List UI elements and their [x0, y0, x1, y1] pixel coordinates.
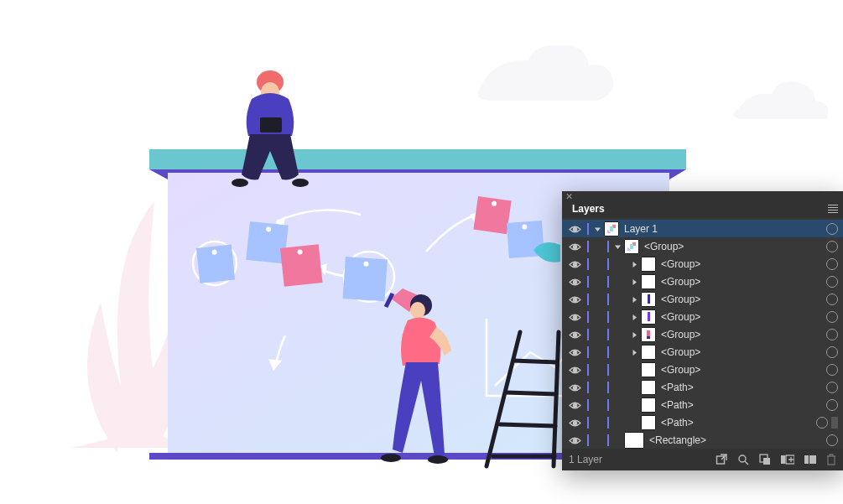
visibility-toggle-icon[interactable]	[565, 241, 584, 252]
layer-row[interactable]: <Group>	[562, 237, 843, 255]
target-icon[interactable]	[826, 329, 838, 340]
layer-thumbnail[interactable]	[641, 345, 656, 360]
target-icon[interactable]	[816, 417, 828, 429]
layer-thumbnail[interactable]	[641, 380, 656, 395]
layer-thumbnail[interactable]	[604, 221, 619, 236]
visibility-toggle-icon[interactable]	[565, 329, 584, 340]
target-icon[interactable]	[826, 294, 838, 305]
svg-line-25	[507, 392, 556, 394]
visibility-toggle-icon[interactable]	[565, 223, 584, 235]
chevron-down-icon[interactable]	[591, 223, 604, 235]
footer-layer-count: 1 Layer	[569, 454, 602, 465]
layer-thumbnail[interactable]	[641, 309, 656, 325]
svg-point-48	[573, 421, 576, 424]
layer-row[interactable]: <Rectangle>	[562, 431, 843, 449]
layer-row[interactable]: <Group>	[562, 255, 843, 273]
target-icon[interactable]	[826, 258, 838, 270]
target-icon[interactable]	[826, 311, 838, 323]
layer-label[interactable]: <Group>	[661, 258, 821, 270]
new-sublayer-icon[interactable]	[759, 454, 771, 465]
clip-mask-icon[interactable]	[804, 454, 816, 465]
visibility-toggle-icon[interactable]	[565, 294, 584, 305]
layer-label[interactable]: Layer 1	[624, 223, 821, 235]
visibility-toggle-icon[interactable]	[565, 276, 584, 288]
panel-tab-row: Layers	[562, 201, 843, 218]
svg-point-35	[381, 454, 401, 462]
target-icon[interactable]	[826, 364, 838, 376]
layer-label[interactable]: <Group>	[661, 329, 821, 340]
trash-icon[interactable]	[826, 454, 836, 465]
visibility-toggle-icon[interactable]	[565, 417, 584, 429]
layer-label[interactable]: <Group>	[661, 311, 821, 323]
target-icon[interactable]	[826, 241, 838, 252]
layer-label[interactable]: <Rectangle>	[649, 434, 821, 446]
chevron-right-icon[interactable]	[627, 276, 641, 288]
layer-thumbnail[interactable]	[641, 257, 656, 272]
visibility-toggle-icon[interactable]	[565, 399, 584, 411]
svg-point-32	[292, 179, 309, 187]
layer-row[interactable]: <Path>	[562, 413, 843, 431]
target-icon[interactable]	[826, 399, 838, 411]
chevron-down-icon[interactable]	[611, 241, 624, 252]
svg-line-24	[513, 361, 557, 362]
close-icon[interactable]: ✕	[565, 192, 573, 201]
layer-thumbnail[interactable]	[641, 415, 656, 430]
layer-thumbnail[interactable]	[641, 292, 656, 307]
panel-titlebar[interactable]: ✕	[562, 191, 843, 201]
target-icon[interactable]	[826, 223, 838, 235]
svg-point-44	[573, 351, 576, 354]
layer-label[interactable]: <Group>	[661, 364, 821, 376]
layer-row[interactable]: <Group>	[562, 325, 843, 343]
layer-thumbnail[interactable]	[624, 432, 644, 449]
visibility-toggle-icon[interactable]	[565, 258, 584, 270]
visibility-toggle-icon[interactable]	[565, 382, 584, 393]
layer-row[interactable]: <Path>	[562, 396, 843, 413]
svg-point-41	[573, 298, 576, 301]
layer-label[interactable]: <Group>	[661, 294, 821, 305]
target-icon[interactable]	[826, 382, 838, 393]
locate-icon[interactable]	[737, 454, 749, 465]
chevron-right-icon[interactable]	[627, 329, 641, 340]
layer-thumbnail[interactable]	[641, 327, 656, 342]
layer-label[interactable]: <Group>	[661, 276, 821, 288]
chevron-right-icon[interactable]	[627, 311, 641, 323]
target-icon[interactable]	[826, 434, 838, 446]
layer-row[interactable]: <Group>	[562, 290, 843, 308]
visibility-toggle-icon[interactable]	[565, 434, 584, 446]
layer-row[interactable]: <Group>	[562, 273, 843, 290]
chevron-right-icon[interactable]	[627, 258, 641, 270]
layer-row[interactable]: <Group>	[562, 343, 843, 361]
svg-point-37	[573, 227, 576, 231]
chevron-right-icon[interactable]	[627, 294, 641, 305]
svg-rect-53	[763, 458, 770, 465]
visibility-toggle-icon[interactable]	[565, 311, 584, 323]
svg-point-51	[739, 455, 746, 462]
chevron-right-icon[interactable]	[627, 346, 641, 358]
layer-thumbnail[interactable]	[624, 239, 639, 254]
svg-point-46	[573, 386, 576, 389]
layer-label[interactable]: <Group>	[644, 241, 821, 252]
svg-point-34	[410, 302, 425, 319]
new-layer-icon[interactable]	[781, 454, 794, 465]
layer-thumbnail[interactable]	[641, 362, 656, 377]
panel-menu-icon[interactable]	[826, 203, 840, 215]
target-icon[interactable]	[826, 276, 838, 288]
layer-thumbnail[interactable]	[641, 274, 656, 289]
layer-row[interactable]: <Group>	[562, 361, 843, 378]
layer-label[interactable]: <Path>	[661, 382, 821, 393]
layer-label[interactable]: <Group>	[661, 346, 821, 358]
layer-row[interactable]: <Path>	[562, 378, 843, 396]
layer-row[interactable]: Layer 1	[562, 220, 843, 237]
layer-label[interactable]: <Path>	[661, 417, 811, 429]
visibility-toggle-icon[interactable]	[565, 346, 584, 358]
svg-point-39	[573, 262, 576, 266]
layer-row[interactable]: <Group>	[562, 308, 843, 325]
panel-title[interactable]: Layers	[572, 203, 605, 215]
visibility-toggle-icon[interactable]	[565, 364, 584, 376]
layer-thumbnail[interactable]	[641, 397, 656, 413]
export-icon[interactable]	[716, 454, 727, 465]
svg-point-40	[573, 280, 576, 283]
svg-rect-54	[781, 455, 785, 464]
target-icon[interactable]	[826, 346, 838, 358]
layer-label[interactable]: <Path>	[661, 399, 821, 411]
